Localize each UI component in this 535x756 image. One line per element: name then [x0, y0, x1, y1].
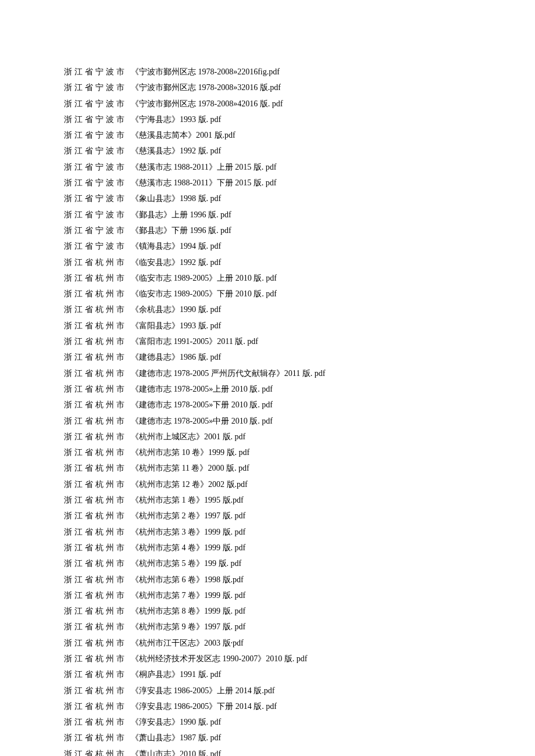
list-row: 浙江省杭州市《杭州市志第 3 卷》1999 版. pdf — [64, 524, 500, 540]
list-row: 浙江省杭州市《杭州市志第 9 卷》1997 版. pdf — [64, 619, 500, 635]
list-row: 浙江省杭州市《杭州市志第 2 卷》1997 版. pdf — [64, 508, 500, 524]
list-row: 浙江省宁波市《鄞县志》下册 1996 版. pdf — [64, 223, 500, 238]
file-cell: 《富阳市志 1991-2005》2011 版. pdf — [131, 334, 500, 349]
list-row: 浙江省杭州市《建德市志 1978-2005 严州历代文献辑存》2011 版. p… — [64, 366, 500, 381]
region-cell: 浙江省杭州市 — [64, 334, 131, 349]
file-cell: 《淳安县志 1986-2005》上册 2014 版.pdf — [131, 683, 500, 698]
region-cell: 浙江省杭州市 — [64, 730, 131, 746]
file-cell: 《建德市志 1978-2005»下册 2010 版. pdf — [131, 397, 500, 413]
region-cell: 浙江省杭州市 — [64, 460, 131, 476]
file-cell: 《宁波市鄞州区志 1978-2008»22016fig.pdf — [131, 64, 500, 80]
file-cell: 《杭州市志第 11 卷》2000 版. pdf — [131, 460, 500, 476]
file-cell: 《杭州市志第 10 卷》1999 版. pdf — [131, 445, 500, 460]
file-cell: 《宁海县志》1993 版. pdf — [131, 112, 500, 127]
file-cell: 《杭州市志第 3 卷》1999 版. pdf — [131, 524, 500, 540]
region-cell: 浙江省宁波市 — [64, 207, 131, 223]
document-page: 浙江省宁波市《宁波市鄞州区志 1978-2008»22016fig.pdf浙江省… — [0, 0, 535, 756]
region-cell: 浙江省杭州市 — [64, 366, 131, 381]
region-cell: 浙江省杭州市 — [64, 397, 131, 413]
list-row: 浙江省杭州市《余杭县志》1990 版. pdf — [64, 302, 500, 317]
file-cell: 《慈溪市志 1988-2011》下册 2015 版. pdf — [131, 175, 500, 191]
list-row: 浙江省杭州市《杭州市志第 6 卷》1998 版.pdf — [64, 572, 500, 587]
file-cell: 《临安市志 1989-2005》上册 2010 版. pdf — [131, 270, 500, 286]
region-cell: 浙江省宁波市 — [64, 127, 131, 143]
file-cell: 《杭州市志第 2 卷》1997 版. pdf — [131, 508, 500, 524]
file-cell: 《富阳县志》1993 版. pdf — [131, 318, 500, 334]
list-row: 浙江省杭州市《桐庐县志》1991 版. pdf — [64, 667, 500, 682]
file-cell: 《象山县志》1998 版. pdf — [131, 191, 500, 206]
region-cell: 浙江省杭州市 — [64, 698, 131, 714]
file-cell: 《鄞县志》下册 1996 版. pdf — [131, 223, 500, 238]
region-cell: 浙江省宁波市 — [64, 159, 131, 175]
file-cell: 《临安市志 1989-2005》下册 2010 版. pdf — [131, 286, 500, 302]
list-row: 浙江省杭州市《淳安县志 1986-2005》下册 2014 版. pdf — [64, 698, 500, 714]
file-cell: 《临安县志》1992 版. pdf — [131, 255, 500, 270]
file-cell: 《建德市志 1978-2005»中册 2010 版. pdf — [131, 413, 500, 429]
file-cell: 《宁波市鄞州区志 1978-2008»42016 版. pdf — [131, 96, 500, 112]
region-cell: 浙江省杭州市 — [64, 476, 131, 492]
file-cell: 《建德市志 1978-2005»上册 2010 版. pdf — [131, 381, 500, 397]
file-cell: 《萧山县志》1987 版. pdf — [131, 730, 500, 746]
region-cell: 浙江省杭州市 — [64, 381, 131, 397]
list-row: 浙江省杭州市《富阳市志 1991-2005》2011 版. pdf — [64, 334, 500, 349]
list-row: 浙江省杭州市《淳安县志 1986-2005》上册 2014 版.pdf — [64, 683, 500, 698]
rows-container: 浙江省宁波市《宁波市鄞州区志 1978-2008»22016fig.pdf浙江省… — [64, 64, 500, 756]
list-row: 浙江省杭州市《杭州市志第 5 卷》199 版. pdf — [64, 556, 500, 571]
list-row: 浙江省杭州市《建德市志 1978-2005»下册 2010 版. pdf — [64, 397, 500, 413]
list-row: 浙江省宁波市《慈溪县志》1992 版. pdf — [64, 143, 500, 159]
region-cell: 浙江省杭州市 — [64, 302, 131, 317]
region-cell: 浙江省宁波市 — [64, 80, 131, 95]
file-cell: 《杭州市上城区志》2001 版. pdf — [131, 429, 500, 445]
region-cell: 浙江省杭州市 — [64, 255, 131, 270]
region-cell: 浙江省宁波市 — [64, 191, 131, 206]
list-row: 浙江省杭州市《建德市志 1978-2005»上册 2010 版. pdf — [64, 381, 500, 397]
region-cell: 浙江省杭州市 — [64, 683, 131, 698]
region-cell: 浙江省杭州市 — [64, 572, 131, 587]
region-cell: 浙江省杭州市 — [64, 619, 131, 635]
list-row: 浙江省杭州市《富阳县志》1993 版. pdf — [64, 318, 500, 334]
region-cell: 浙江省杭州市 — [64, 318, 131, 334]
region-cell: 浙江省杭州市 — [64, 413, 131, 429]
list-row: 浙江省杭州市《杭州市志第 8 卷》1999 版. pdf — [64, 603, 500, 619]
region-cell: 浙江省宁波市 — [64, 238, 131, 254]
list-row: 浙江省杭州市《杭州市志第 11 卷》2000 版. pdf — [64, 460, 500, 476]
region-cell: 浙江省宁波市 — [64, 112, 131, 127]
list-row: 浙江省杭州市《杭州市志第 12 卷》2002 版.pdf — [64, 476, 500, 492]
region-cell: 浙江省宁波市 — [64, 96, 131, 112]
region-cell: 浙江省杭州市 — [64, 651, 131, 667]
file-cell: 《淳安县志 1986-2005》下册 2014 版. pdf — [131, 698, 500, 714]
file-cell: 《杭州市志第 1 卷》1995 版.pdf — [131, 492, 500, 508]
list-row: 浙江省宁波市《象山县志》1998 版. pdf — [64, 191, 500, 206]
region-cell: 浙江省杭州市 — [64, 540, 131, 556]
list-row: 浙江省杭州市《杭州市江干区志》2003 版·pdf — [64, 635, 500, 651]
list-row: 浙江省杭州市《临安市志 1989-2005》下册 2010 版. pdf — [64, 286, 500, 302]
list-row: 浙江省宁波市《慈溪市志 1988-2011》上册 2015 版. pdf — [64, 159, 500, 175]
file-cell: 《杭州市志第 7 卷》1999 版. pdf — [131, 587, 500, 603]
file-cell: 《桐庐县志》1991 版. pdf — [131, 667, 500, 682]
region-cell: 浙江省杭州市 — [64, 746, 131, 756]
file-cell: 《淳安县志》1990 版. pdf — [131, 714, 500, 730]
list-row: 浙江省杭州市《杭州经济技术开发区志 1990-2007》2010 版. pdf — [64, 651, 500, 667]
file-cell: 《萧山市志》2010 版. pdf — [131, 746, 500, 756]
region-cell: 浙江省宁波市 — [64, 175, 131, 191]
list-row: 浙江省杭州市《萧山市志》2010 版. pdf — [64, 746, 500, 756]
file-cell: 《杭州市志第 12 卷》2002 版.pdf — [131, 476, 500, 492]
file-cell: 《杭州市志第 8 卷》1999 版. pdf — [131, 603, 500, 619]
region-cell: 浙江省杭州市 — [64, 603, 131, 619]
region-cell: 浙江省宁波市 — [64, 64, 131, 80]
list-row: 浙江省宁波市《宁波市鄞州区志 1978-2008»42016 版. pdf — [64, 96, 500, 112]
list-row: 浙江省宁波市《慈溪县志简本》2001 版.pdf — [64, 127, 500, 143]
list-row: 浙江省宁波市《慈溪市志 1988-2011》下册 2015 版. pdf — [64, 175, 500, 191]
file-cell: 《杭州经济技术开发区志 1990-2007》2010 版. pdf — [131, 651, 500, 667]
file-cell: 《杭州市志第 5 卷》199 版. pdf — [131, 556, 500, 571]
file-cell: 《慈溪县志》1992 版. pdf — [131, 143, 500, 159]
region-cell: 浙江省杭州市 — [64, 556, 131, 571]
region-cell: 浙江省宁波市 — [64, 143, 131, 159]
file-cell: 《鄞县志》上册 1996 版. pdf — [131, 207, 500, 223]
file-cell: 《杭州市志第 4 卷》1999 版. pdf — [131, 540, 500, 556]
file-cell: 《杭州市江干区志》2003 版·pdf — [131, 635, 500, 651]
list-row: 浙江省杭州市《建德县志》1986 版. pdf — [64, 349, 500, 365]
region-cell: 浙江省杭州市 — [64, 524, 131, 540]
list-row: 浙江省杭州市《建德市志 1978-2005»中册 2010 版. pdf — [64, 413, 500, 429]
list-row: 浙江省宁波市《宁波市鄞州区志 1978-2008»22016fig.pdf — [64, 64, 500, 80]
